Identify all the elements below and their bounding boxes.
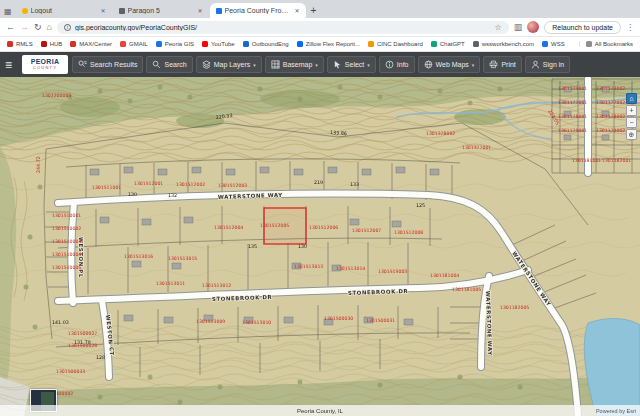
bookmark-8[interactable]: CINC Dashboard <box>368 41 423 47</box>
dimension-label: 133 <box>350 182 359 187</box>
bookmark-2[interactable]: MAX/Center <box>70 41 112 47</box>
map-zoom-controls: ⌂+−⊕ <box>626 93 637 140</box>
toolbar-button-search[interactable]: Search <box>146 56 192 73</box>
parcel-id-label: 1301179001 <box>558 128 587 133</box>
print-icon <box>489 60 498 69</box>
chevron-down-icon: ▾ <box>253 62 256 68</box>
dimension-label: 135 <box>248 244 257 249</box>
toolbar-button-print[interactable]: Print <box>483 56 521 73</box>
parcel-id-label: 1301513014 <box>336 266 365 271</box>
parcel-id-label: 1301513011 <box>156 281 185 286</box>
signin-icon <box>531 60 540 69</box>
parcel-id-label: 1301500031 <box>366 318 395 323</box>
browser-tab-0[interactable]: Logout✕ <box>16 3 112 18</box>
bookmark-1[interactable]: HUB <box>41 41 63 47</box>
chevron-down-icon: ▾ <box>315 62 318 68</box>
dimension-label: 141.03 <box>52 320 69 325</box>
new-tab-button[interactable]: + <box>311 5 317 16</box>
parcel-id-label: 1301182001 <box>602 158 631 163</box>
close-icon[interactable]: ✕ <box>295 7 300 14</box>
zoom-in-button[interactable]: + <box>626 105 637 116</box>
bookmark-favicon <box>542 41 548 47</box>
parcel-id-label: 1301177001 <box>558 100 587 105</box>
parcel-id-label: 1301178001 <box>558 114 587 119</box>
forward-icon[interactable]: → <box>20 22 29 32</box>
site-info-icon[interactable]: i <box>64 24 71 31</box>
parcel-id-label: 1301500028 <box>68 343 97 348</box>
browser-menu-icon[interactable]: ⋮ <box>626 23 634 32</box>
toolbar-button-map-layers[interactable]: Map Layers▾ <box>196 56 262 73</box>
chevron-down-icon: ▾ <box>472 62 475 68</box>
bookmark-9[interactable]: ChatGPT <box>431 41 465 47</box>
parcel-id-label: 1301510005 <box>52 265 81 270</box>
locate-button[interactable]: ⊕ <box>626 129 637 140</box>
parcel-id-label: 1301500033 <box>56 369 85 374</box>
chevron-down-icon: ▾ <box>367 62 370 68</box>
home-icon[interactable]: ⌂ <box>47 22 52 32</box>
url-text[interactable]: gis.peoriacounty.gov/PeoriaCountyGIS/ <box>75 24 491 31</box>
bookmark-6[interactable]: OutboundEng <box>243 41 289 47</box>
dimension-label: 128 <box>96 355 105 360</box>
close-icon[interactable]: ✕ <box>101 7 106 14</box>
bookmark-favicon <box>120 41 126 47</box>
profile-avatar[interactable] <box>527 21 539 33</box>
browser-tab-1[interactable]: Paragon 5✕ <box>113 3 209 18</box>
toolbar-button-select[interactable]: Select▾ <box>327 56 376 73</box>
bookmark-0[interactable]: RMLS <box>7 41 33 47</box>
url-bar[interactable]: i gis.peoriacounty.gov/PeoriaCountyGIS/ … <box>57 21 509 34</box>
browser-tab-2[interactable]: Peoria County Front Desk✕ <box>210 3 306 18</box>
parcel-id-label: 1301378002 <box>426 131 455 136</box>
dimension-label: 125 <box>416 203 425 208</box>
parcel-id-label: 1301512005 <box>260 223 289 228</box>
toolbar-button-info[interactable]: Info <box>379 56 415 73</box>
bookmark-favicon <box>431 41 437 47</box>
parcel-id-label: 1301173002 <box>596 86 625 91</box>
refresh-icon[interactable]: ↻ <box>34 22 42 32</box>
parcel-id-label: 1301512002 <box>176 182 205 187</box>
tab-favicon <box>22 8 28 14</box>
browser-tab-strip: ▦ Logout✕Paragon 5✕Peoria County Front D… <box>0 0 640 18</box>
parcel-id-label: 1301182005 <box>500 305 529 310</box>
parcel-id-label: 1301178002 <box>596 114 625 119</box>
tab-search-icon[interactable]: ▦ <box>4 7 12 16</box>
parcel-id-label: 1301513013 <box>294 264 323 269</box>
map-canvas[interactable]: WATERSTONE WAYSTONEBROOK DRSTONEBROOK DR… <box>0 77 640 416</box>
bookmark-7[interactable]: Zillow Flex Reporti... <box>297 41 360 47</box>
search-results-icon <box>78 60 87 69</box>
side-panel-icon[interactable]: ▥ <box>514 22 523 32</box>
close-icon[interactable]: ✕ <box>198 7 203 14</box>
parcel-id-label: 1301512006 <box>309 225 338 230</box>
parcel-id-label: 1301510003 <box>52 239 81 244</box>
bookmark-11[interactable]: WSS <box>542 41 565 47</box>
bookmark-10[interactable]: wssworkbench.com <box>473 41 534 47</box>
relaunch-to-update-button[interactable]: Relaunch to update <box>544 21 621 34</box>
toolbar-button-search-results[interactable]: Search Results <box>72 56 143 73</box>
toolbar-button-sign-in[interactable]: Sign in <box>525 56 570 73</box>
dimension-label: 130 <box>128 192 137 197</box>
parcel-id-label: 1301179002 <box>596 128 625 133</box>
bookmark-favicon <box>41 41 47 47</box>
bookmark-3[interactable]: GMAIL <box>120 41 148 47</box>
all-bookmarks-button[interactable]: All Bookmarks <box>579 41 633 47</box>
parcel-id-label: 1301510001 <box>52 213 81 218</box>
zoom-out-button[interactable]: − <box>626 117 637 128</box>
bookmark-favicon <box>202 41 208 47</box>
webmaps-icon <box>424 60 433 69</box>
parcel-id-label: 1301512001 <box>134 181 163 186</box>
bookmark-favicon <box>70 41 76 47</box>
parcel-id-label: 1301513009 <box>196 319 225 324</box>
bookmark-5[interactable]: YouTube <box>202 41 235 47</box>
bookmark-4[interactable]: Peoria GIS <box>156 41 194 47</box>
parcel-id-label: 1301513012 <box>202 283 231 288</box>
bookmark-star-icon[interactable]: ☆ <box>495 23 502 32</box>
back-icon[interactable]: ← <box>6 22 15 32</box>
parcel-id-label: 1301181001 <box>572 158 601 163</box>
dimension-label: 244.72 <box>36 156 41 173</box>
hamburger-menu-icon[interactable]: ≡ <box>5 58 18 72</box>
toolbar-button-web-maps[interactable]: Web Maps▾ <box>418 56 481 73</box>
folder-icon <box>586 41 592 47</box>
parcel-id-label: 1301500030 <box>324 316 353 321</box>
home-extent-button[interactable]: ⌂ <box>626 93 637 104</box>
basemap-icon <box>271 60 280 69</box>
toolbar-button-basemap[interactable]: Basemap▾ <box>265 56 324 73</box>
